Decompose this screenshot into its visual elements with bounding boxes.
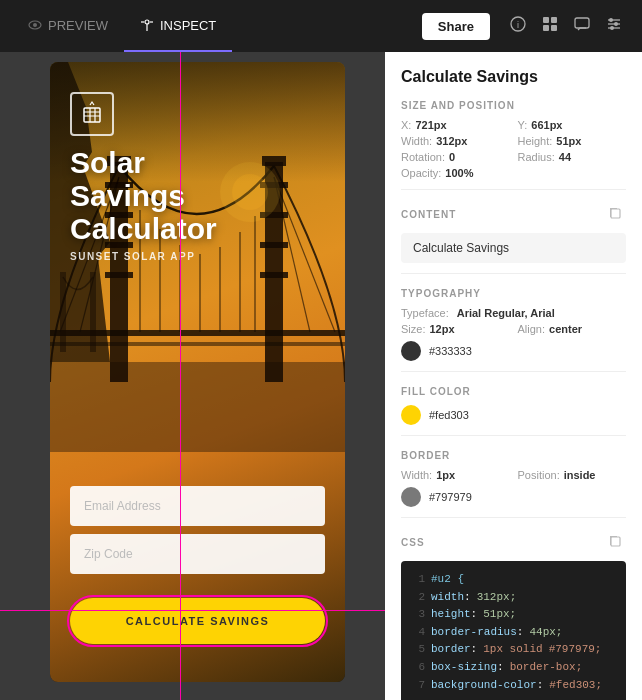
typography-size-grid: Size: 12px Align: center xyxy=(401,323,626,335)
x-value: 721px xyxy=(415,119,446,131)
grid-button[interactable] xyxy=(534,10,566,42)
height-prop: Height: 51px xyxy=(518,135,627,147)
copy-css-icon xyxy=(608,534,622,548)
info-icon: i xyxy=(510,16,526,32)
border-color-hex: #797979 xyxy=(429,491,472,503)
width-prop: Width: 312px xyxy=(401,135,510,147)
typography-color-hex: #333333 xyxy=(429,345,472,357)
y-value: 661px xyxy=(531,119,562,131)
typeface-value: Arial Regular, Arial xyxy=(457,307,555,319)
divider-4 xyxy=(401,435,626,436)
app-mockup: Solar Savings Calculator SUNSET SOLAR AP… xyxy=(50,62,345,682)
divider-1 xyxy=(401,189,626,190)
align-prop: Align: center xyxy=(518,323,627,335)
content-section-header: CONTENT xyxy=(401,204,626,225)
x-prop: X: 721px xyxy=(401,119,510,131)
fill-color-swatch xyxy=(401,405,421,425)
border-props-grid: Width: 1px Position: inside xyxy=(401,469,626,481)
svg-rect-12 xyxy=(575,18,589,28)
border-width-label: Width: xyxy=(401,469,432,481)
content-box: Calculate Savings xyxy=(401,233,626,263)
radius-prop: Radius: 44 xyxy=(518,151,627,163)
content-value: Calculate Savings xyxy=(413,241,509,255)
align-label: Align: xyxy=(518,323,546,335)
y-prop: Y: 661px xyxy=(518,119,627,131)
opacity-value: 100% xyxy=(445,167,473,179)
typography-label: TYPOGRAPHY xyxy=(401,288,626,299)
rotation-prop: Rotation: 0 xyxy=(401,151,510,163)
svg-rect-54 xyxy=(611,209,620,218)
svg-rect-45 xyxy=(60,272,66,352)
preview-tab-label: PREVIEW xyxy=(48,18,108,33)
app-logo xyxy=(70,92,114,136)
border-color-swatch xyxy=(401,487,421,507)
size-value: 12px xyxy=(429,323,454,335)
size-position-label: SIZE AND POSITION xyxy=(401,100,626,111)
comment-button[interactable] xyxy=(566,10,598,42)
css-line-5: 5 border: 1px solid #797979; xyxy=(411,641,616,659)
svg-point-1 xyxy=(33,23,37,27)
app-subtitle: SUNSET SOLAR APP xyxy=(70,251,217,262)
svg-point-17 xyxy=(614,22,618,26)
svg-point-2 xyxy=(145,20,149,24)
copy-content-button[interactable] xyxy=(604,204,626,225)
calculate-button-wrapper: CALCULATE SAVINGS xyxy=(70,598,325,644)
top-bar: PREVIEW INSPECT Share i xyxy=(0,0,642,52)
border-label: BORDER xyxy=(401,450,626,461)
inspect-title: Calculate Savings xyxy=(401,68,626,86)
svg-rect-24 xyxy=(105,272,133,278)
app-header: Solar Savings Calculator SUNSET SOLAR AP… xyxy=(70,92,217,262)
css-label: CSS xyxy=(401,537,425,548)
size-label: Size: xyxy=(401,323,425,335)
copy-css-button[interactable] xyxy=(604,532,626,553)
zip-placeholder: Zip Code xyxy=(84,547,133,561)
eye-icon xyxy=(28,18,42,32)
svg-rect-8 xyxy=(543,17,549,23)
css-line-3: 3 height: 51px; xyxy=(411,606,616,624)
fill-color-hex: #fed303 xyxy=(429,409,469,421)
font-size-prop: Size: 12px xyxy=(401,323,510,335)
typography-color-row: #333333 xyxy=(401,341,626,361)
grid-icon xyxy=(542,16,558,32)
canvas-panel: Solar Savings Calculator SUNSET SOLAR AP… xyxy=(0,52,385,700)
css-line-4: 4 border-radius: 44px; xyxy=(411,624,616,642)
radius-label: Radius: xyxy=(518,151,555,163)
svg-rect-9 xyxy=(551,17,557,23)
inspect-icon xyxy=(140,18,154,32)
email-input[interactable]: Email Address xyxy=(70,486,325,526)
typeface-label: Typeface: xyxy=(401,307,449,319)
svg-rect-29 xyxy=(260,242,288,248)
divider-3 xyxy=(401,371,626,372)
settings-button[interactable] xyxy=(598,10,630,42)
css-line-2: 2 width: 312px; xyxy=(411,589,616,607)
info-button[interactable]: i xyxy=(502,10,534,42)
opacity-label: Opacity: xyxy=(401,167,441,179)
share-button[interactable]: Share xyxy=(422,13,490,40)
opacity-prop: Opacity: 100% xyxy=(401,167,510,179)
border-width-value: 1px xyxy=(436,469,455,481)
selection-indicator xyxy=(67,595,328,647)
fill-color-row: #fed303 xyxy=(401,405,626,425)
typeface-prop: Typeface: Arial Regular, Arial xyxy=(401,307,626,319)
css-line-6: 6 box-sizing: border-box; xyxy=(411,659,616,677)
rotation-value: 0 xyxy=(449,151,455,163)
border-position-prop: Position: inside xyxy=(518,469,627,481)
svg-text:i: i xyxy=(517,20,519,30)
zip-input[interactable]: Zip Code xyxy=(70,534,325,574)
width-label: Width: xyxy=(401,135,432,147)
svg-point-16 xyxy=(609,18,613,22)
main-content: Solar Savings Calculator SUNSET SOLAR AP… xyxy=(0,52,642,700)
preview-tab[interactable]: PREVIEW xyxy=(12,0,124,52)
svg-rect-55 xyxy=(611,537,620,546)
svg-rect-46 xyxy=(90,272,96,352)
x-label: X: xyxy=(401,119,411,131)
border-color-row: #797979 xyxy=(401,487,626,507)
inspect-tab-label: INSPECT xyxy=(160,18,216,33)
guideline-horizontal xyxy=(0,610,385,611)
copy-icon xyxy=(608,206,622,220)
divider-5 xyxy=(401,517,626,518)
y-label: Y: xyxy=(518,119,528,131)
inspect-tab[interactable]: INSPECT xyxy=(124,0,232,52)
solar-logo-icon xyxy=(80,100,104,128)
svg-rect-19 xyxy=(50,362,345,452)
